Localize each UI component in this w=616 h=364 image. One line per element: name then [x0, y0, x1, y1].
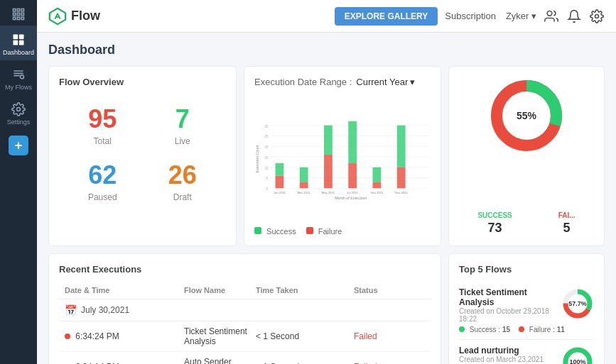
svg-text:30: 30: [264, 125, 269, 128]
failure-stat: FAI... 5: [558, 211, 576, 236]
bar-chart-svg: Execution Count 0 5 10 15 20 25 30: [254, 93, 431, 221]
total-label: Total: [94, 136, 112, 146]
topbar-nav: Subscription Zyker ▾: [445, 11, 536, 21]
total-count: 95: [88, 104, 117, 134]
date-range-dropdown[interactable]: Current Year ▾: [356, 77, 415, 87]
table-row[interactable]: 6:34:24 PM Ticket Sentiment Analysis < 1…: [59, 321, 431, 352]
table-header: Date & Time Flow Name Time Taken Status: [59, 282, 431, 299]
flow-info: Ticket Sentiment Analysis Created on Oct…: [459, 287, 556, 323]
donut-card: 55% SUCCESS 73 FAI... 5: [448, 66, 605, 246]
svg-rect-8: [21, 17, 23, 19]
flow-item: Ticket Sentiment Analysis Created on Oct…: [459, 282, 594, 340]
success-legend: Success: [254, 227, 296, 236]
sidebar-item-label: Dashboard: [3, 49, 34, 56]
row-flow: Ticket Sentiment Analysis: [184, 326, 250, 346]
sidebar-item-label: My Flows: [5, 84, 32, 91]
explore-gallery-button[interactable]: EXPLORE GALLERY: [335, 7, 438, 26]
flow-success: Success : 15: [459, 326, 510, 333]
svg-rect-9: [13, 35, 18, 40]
svg-text:5: 5: [266, 177, 269, 180]
svg-rect-7: [17, 17, 19, 19]
logo-icon: [48, 7, 67, 26]
flow-info: Lead nurturing Created on March 23,2021 …: [459, 346, 556, 364]
donut-chart: 55%: [487, 77, 566, 155]
failure-count: 5: [563, 221, 571, 236]
flow-failure: Failure : 11: [519, 326, 565, 333]
top-flows-title: Top 5 Flows: [459, 264, 594, 275]
svg-text:25: 25: [264, 135, 269, 138]
failure-dot: [306, 227, 313, 234]
svg-rect-46: [373, 182, 382, 188]
main-area: Flow EXPLORE GALLERY Subscription Zyker …: [37, 0, 616, 364]
svg-text:15: 15: [264, 156, 269, 160]
svg-text:Nov-2021: Nov-2021: [395, 191, 409, 194]
stats-grid: 95 Total 7 Live 62 Paused 26 Draft: [59, 94, 226, 212]
chevron-down-icon: ▾: [410, 77, 415, 87]
sidebar-item-label: Settings: [7, 118, 31, 126]
bell-icon[interactable]: [566, 9, 582, 24]
sidebar-item-settings[interactable]: Settings: [0, 95, 37, 130]
svg-text:Jan-2021: Jan-2021: [274, 191, 286, 194]
settings-icon[interactable]: [589, 9, 605, 24]
draft-label: Draft: [173, 192, 192, 202]
svg-text:Month of Execution: Month of Execution: [335, 196, 367, 200]
subscription-link[interactable]: Subscription: [445, 11, 496, 21]
failure-legend: Failure: [306, 227, 342, 236]
stat-paused: 62 Paused: [66, 160, 139, 202]
donut-percentage: 55%: [517, 110, 536, 121]
svg-rect-50: [397, 126, 406, 167]
svg-rect-40: [324, 155, 333, 188]
svg-rect-41: [324, 126, 333, 155]
svg-rect-34: [276, 176, 284, 189]
svg-text:May-2021: May-2021: [322, 191, 335, 194]
svg-rect-3: [13, 13, 16, 15]
svg-rect-35: [276, 163, 284, 176]
paused-count: 62: [88, 160, 117, 190]
svg-rect-43: [348, 163, 357, 188]
svg-point-14: [17, 108, 21, 111]
sidebar-item-dashboard[interactable]: Dashboard: [0, 26, 37, 60]
stat-live: 7 Live: [146, 104, 220, 146]
donut-stats: SUCCESS 73 FAI... 5: [455, 211, 598, 236]
success-dot: [459, 326, 465, 332]
flow-overview-title: Flow Overview: [59, 77, 226, 87]
svg-rect-44: [348, 121, 357, 163]
svg-text:Mar-2021: Mar-2021: [298, 191, 310, 194]
add-flow-button[interactable]: +: [9, 136, 28, 155]
paused-label: Paused: [88, 192, 117, 202]
svg-point-18: [595, 14, 599, 18]
row-duration: < 1 Second: [256, 331, 348, 341]
calendar-icon: 📅: [65, 304, 77, 316]
status-dot: [65, 333, 70, 339]
sidebar: Dashboard My Flows Settings +: [0, 0, 37, 364]
failure-dot: [519, 326, 524, 332]
row-time: 6:34:24 PM: [65, 331, 178, 341]
content-area: Dashboard Flow Overview 95 Total 7 Live …: [37, 33, 616, 364]
svg-text:Execution Count: Execution Count: [255, 145, 259, 172]
topbar: Flow EXPLORE GALLERY Subscription Zyker …: [37, 0, 616, 33]
mini-donut-1: 100%: [561, 346, 594, 364]
table-row[interactable]: 6:34:14 PM Auto Sender Ticket... < 1 Sec…: [59, 352, 431, 364]
svg-text:20: 20: [264, 145, 269, 149]
mini-donut-chart: 100%: [561, 346, 594, 364]
success-dot: [254, 227, 261, 234]
row-flow: Auto Sender Ticket...: [184, 357, 250, 364]
svg-point-17: [547, 11, 552, 16]
col-timetaken: Time Taken: [256, 286, 348, 294]
svg-text:0: 0: [266, 187, 269, 191]
svg-rect-4: [17, 13, 19, 15]
flow-item: Lead nurturing Created on March 23,2021 …: [459, 340, 594, 364]
row-status: Failed: [354, 331, 425, 341]
sidebar-item-myflows[interactable]: My Flows: [0, 60, 37, 95]
flow-overview-card: Flow Overview 95 Total 7 Live 62 Paused: [48, 66, 237, 246]
live-label: Live: [175, 136, 190, 146]
svg-text:Jul-2021: Jul-2021: [347, 191, 359, 194]
col-datetime: Date & Time: [65, 286, 178, 294]
users-icon[interactable]: [544, 9, 559, 24]
live-count: 7: [175, 104, 190, 134]
user-menu[interactable]: Zyker ▾: [506, 11, 536, 21]
dashboard-grid: Flow Overview 95 Total 7 Live 62 Paused: [48, 66, 605, 364]
date-group: 📅 July 30,2021: [59, 299, 431, 321]
success-stat: SUCCESS 73: [477, 211, 512, 236]
sidebar-header-icon[interactable]: [0, 0, 37, 26]
